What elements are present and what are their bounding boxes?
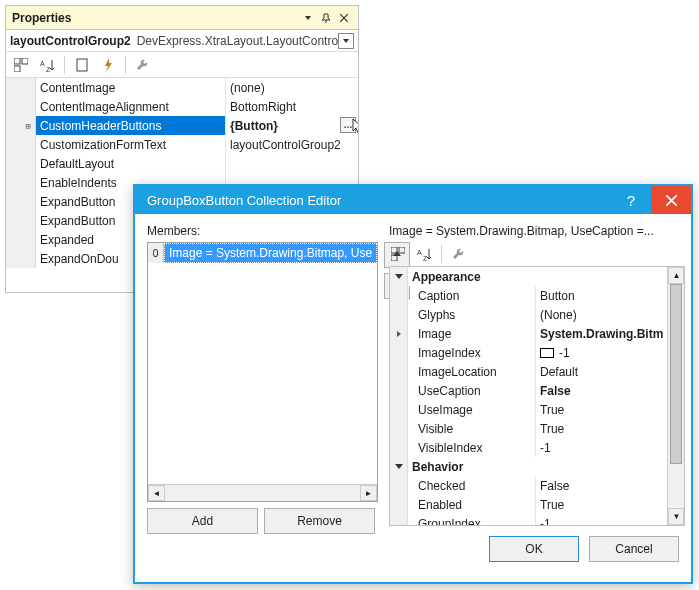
- table-row[interactable]: DefaultLayout: [6, 154, 358, 173]
- table-row[interactable]: ⊞CustomHeaderButtons{Button}…: [6, 116, 358, 135]
- scroll-track[interactable]: [668, 284, 684, 508]
- property-value[interactable]: {Button}…: [226, 116, 358, 135]
- property-value[interactable]: Default: [536, 362, 667, 381]
- property-name: ContentImage: [36, 78, 226, 97]
- categorized-icon[interactable]: [389, 245, 407, 263]
- close-button[interactable]: [651, 186, 691, 214]
- category-row[interactable]: Appearance: [390, 267, 667, 286]
- expander-gutter[interactable]: [6, 192, 36, 211]
- property-value[interactable]: -1: [536, 514, 667, 525]
- property-value[interactable]: True: [536, 419, 667, 438]
- table-row[interactable]: ImageSystem.Drawing.Bitm: [390, 324, 667, 343]
- categorized-icon[interactable]: [12, 56, 30, 74]
- svg-text:A: A: [417, 249, 422, 256]
- svg-rect-8: [391, 255, 397, 261]
- page-icon[interactable]: [73, 56, 91, 74]
- table-row[interactable]: CheckedFalse: [390, 476, 667, 495]
- expander-gutter[interactable]: [390, 400, 408, 419]
- ok-button[interactable]: OK: [489, 536, 579, 562]
- alphabetical-icon[interactable]: AZ: [415, 245, 433, 263]
- property-value[interactable]: True: [536, 495, 667, 514]
- members-listbox[interactable]: 0 Image = System.Drawing.Bitmap, Use ◄ ►: [147, 242, 378, 502]
- property-value[interactable]: (None): [536, 305, 667, 324]
- table-row[interactable]: UseCaptionFalse: [390, 381, 667, 400]
- expander-gutter[interactable]: [6, 230, 36, 249]
- help-button[interactable]: ?: [611, 186, 651, 214]
- window-menu-icon[interactable]: [300, 10, 316, 26]
- table-row[interactable]: VisibleIndex-1: [390, 438, 667, 457]
- alphabetical-icon[interactable]: AZ: [38, 56, 56, 74]
- property-value[interactable]: False: [536, 381, 667, 400]
- property-value[interactable]: -1: [536, 438, 667, 457]
- expander-gutter[interactable]: [390, 324, 408, 343]
- expander-gutter[interactable]: [6, 249, 36, 268]
- property-value[interactable]: True: [536, 400, 667, 419]
- table-row[interactable]: GroupIndex-1: [390, 514, 667, 525]
- events-icon[interactable]: [99, 56, 117, 74]
- property-grid[interactable]: AppearanceCaptionButtonGlyphs(None)Image…: [389, 266, 685, 526]
- scroll-track[interactable]: [165, 485, 360, 501]
- horizontal-scrollbar[interactable]: ◄ ►: [148, 484, 377, 501]
- table-row[interactable]: CustomizationFormTextlayoutControlGroup2: [6, 135, 358, 154]
- scroll-thumb[interactable]: [670, 284, 682, 464]
- collapse-icon[interactable]: [390, 267, 408, 286]
- scroll-up-icon[interactable]: ▲: [668, 267, 684, 284]
- expander-gutter[interactable]: [6, 211, 36, 230]
- expander-gutter[interactable]: ⊞: [6, 116, 36, 135]
- table-row[interactable]: EnabledTrue: [390, 495, 667, 514]
- expander-gutter[interactable]: [390, 495, 408, 514]
- wrench-icon[interactable]: [450, 245, 468, 263]
- table-row[interactable]: UseImageTrue: [390, 400, 667, 419]
- ellipsis-button[interactable]: …: [340, 117, 356, 133]
- properties-panel-right: Image = System.Drawing.Bitmap, UseCaptio…: [389, 224, 685, 528]
- remove-button[interactable]: Remove: [264, 508, 375, 534]
- expander-gutter[interactable]: [6, 135, 36, 154]
- expander-gutter[interactable]: [390, 362, 408, 381]
- table-row[interactable]: CaptionButton: [390, 286, 667, 305]
- wrench-icon[interactable]: [134, 56, 152, 74]
- table-row[interactable]: ContentImage(none): [6, 78, 358, 97]
- expander-gutter[interactable]: [6, 154, 36, 173]
- property-value[interactable]: Button: [536, 286, 667, 305]
- expander-gutter[interactable]: [390, 343, 408, 362]
- dialog-titlebar[interactable]: GroupBoxButton Collection Editor ?: [135, 186, 691, 214]
- scroll-left-icon[interactable]: ◄: [148, 485, 165, 501]
- expander-gutter[interactable]: [390, 305, 408, 324]
- table-row[interactable]: ImageLocationDefault: [390, 362, 667, 381]
- list-item[interactable]: 0 Image = System.Drawing.Bitmap, Use: [148, 243, 377, 263]
- cancel-button[interactable]: Cancel: [589, 536, 679, 562]
- property-value[interactable]: False: [536, 476, 667, 495]
- property-name: UseImage: [408, 400, 536, 419]
- scroll-down-icon[interactable]: ▼: [668, 508, 684, 525]
- expander-gutter[interactable]: [6, 78, 36, 97]
- close-icon[interactable]: [336, 10, 352, 26]
- property-name: ImageIndex: [408, 343, 536, 362]
- add-button[interactable]: Add: [147, 508, 258, 534]
- property-value[interactable]: [226, 154, 358, 173]
- table-row[interactable]: ContentImageAlignmentBottomRight: [6, 97, 358, 116]
- expander-gutter[interactable]: [6, 97, 36, 116]
- expander-gutter[interactable]: [390, 438, 408, 457]
- expander-gutter[interactable]: [390, 419, 408, 438]
- dropdown-icon[interactable]: [338, 33, 354, 49]
- expander-gutter[interactable]: [390, 286, 408, 305]
- property-value[interactable]: -1: [536, 343, 667, 362]
- expander-gutter[interactable]: [390, 514, 408, 525]
- property-value[interactable]: layoutControlGroup2: [226, 135, 358, 154]
- property-value[interactable]: System.Drawing.Bitm: [536, 324, 667, 343]
- category-row[interactable]: Behavior: [390, 457, 667, 476]
- expander-gutter[interactable]: [390, 381, 408, 400]
- object-selector[interactable]: layoutControlGroup2 DevExpress.XtraLayou…: [6, 30, 358, 52]
- vertical-scrollbar[interactable]: ▲ ▼: [667, 267, 684, 525]
- expander-gutter[interactable]: [6, 173, 36, 192]
- collapse-icon[interactable]: [390, 457, 408, 476]
- table-row[interactable]: VisibleTrue: [390, 419, 667, 438]
- table-row[interactable]: Glyphs(None): [390, 305, 667, 324]
- table-row[interactable]: ImageIndex-1: [390, 343, 667, 362]
- scroll-right-icon[interactable]: ►: [360, 485, 377, 501]
- property-name: GroupIndex: [408, 514, 536, 525]
- pin-icon[interactable]: [318, 10, 334, 26]
- property-value[interactable]: BottomRight: [226, 97, 358, 116]
- expander-gutter[interactable]: [390, 476, 408, 495]
- property-value[interactable]: (none): [226, 78, 358, 97]
